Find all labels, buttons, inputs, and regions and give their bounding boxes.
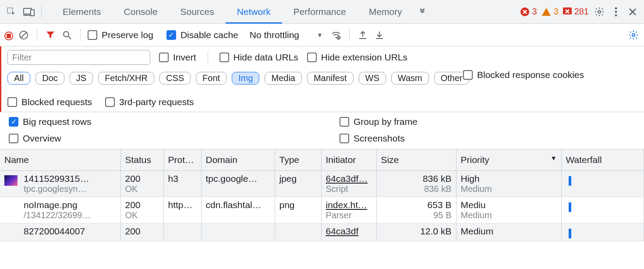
svg-point-6 bbox=[598, 11, 601, 13]
filter-type-media[interactable]: Media bbox=[265, 72, 301, 85]
waterfall-bar bbox=[569, 176, 571, 186]
preserve-log-checkbox[interactable]: Preserve log bbox=[88, 30, 153, 40]
col-priority[interactable]: Priority▼ bbox=[456, 149, 561, 170]
tab-network[interactable]: Network bbox=[226, 0, 282, 23]
filter-type-img[interactable]: Img bbox=[232, 72, 259, 85]
more-tabs-icon[interactable] bbox=[416, 6, 428, 18]
clear-icon[interactable] bbox=[18, 29, 30, 41]
initiator-link[interactable]: index.ht… bbox=[326, 200, 368, 210]
kebab-menu-icon[interactable] bbox=[610, 6, 622, 18]
filter-icon[interactable] bbox=[44, 29, 57, 41]
table-row[interactable]: noImage.png/134122/32699…200OKhttp…cdn.f… bbox=[0, 197, 644, 223]
blocked-cookies-checkbox[interactable]: Blocked response cookies bbox=[463, 70, 584, 80]
col-initiator[interactable]: Initiator bbox=[321, 149, 376, 170]
view-options: Big request rows Group by frame Overview… bbox=[0, 112, 644, 149]
svg-point-12 bbox=[64, 32, 69, 37]
tab-elements[interactable]: Elements bbox=[51, 0, 113, 23]
filter-type-css[interactable]: CSS bbox=[159, 72, 191, 85]
svg-rect-0 bbox=[7, 8, 13, 13]
hide-data-urls-checkbox[interactable]: Hide data URLs bbox=[219, 52, 298, 63]
filter-type-wasm[interactable]: Wasm bbox=[391, 72, 429, 85]
import-har-icon[interactable] bbox=[373, 29, 386, 41]
waterfall-bar bbox=[569, 229, 571, 238]
third-party-checkbox[interactable]: 3rd-party requests bbox=[105, 97, 194, 107]
col-status[interactable]: Status bbox=[120, 149, 163, 170]
hide-extension-urls-checkbox[interactable]: Hide extension URLs bbox=[307, 52, 407, 63]
tab-memory[interactable]: Memory bbox=[357, 0, 414, 23]
waterfall-bar bbox=[569, 202, 571, 212]
request-table-container: NameStatusProt…DomainTypeInitiatorSizePr… bbox=[0, 149, 644, 241]
col-type[interactable]: Type bbox=[275, 149, 321, 170]
record-button[interactable] bbox=[4, 30, 13, 40]
col-waterfall[interactable]: Waterfall bbox=[561, 149, 644, 170]
initiator-link[interactable]: 64ca3df… bbox=[326, 173, 368, 184]
search-icon[interactable] bbox=[61, 29, 73, 41]
svg-line-13 bbox=[68, 36, 71, 39]
error-count[interactable]: 3 bbox=[520, 7, 537, 17]
filter-bar: Invert Hide data URLs Hide extension URL… bbox=[0, 46, 644, 112]
warning-count[interactable]: 3 bbox=[541, 7, 559, 17]
network-conditions-icon[interactable] bbox=[330, 29, 342, 41]
svg-rect-3 bbox=[31, 10, 34, 16]
device-toggle-icon[interactable] bbox=[23, 6, 35, 18]
inspect-icon[interactable] bbox=[5, 6, 18, 18]
filter-type-js[interactable]: JS bbox=[70, 72, 93, 85]
thumbnail-icon bbox=[4, 175, 18, 186]
export-har-icon[interactable] bbox=[357, 29, 369, 41]
tab-console[interactable]: Console bbox=[113, 0, 169, 23]
tab-sources[interactable]: Sources bbox=[169, 0, 226, 23]
invert-checkbox[interactable]: Invert bbox=[159, 52, 196, 63]
disable-cache-checkbox[interactable]: Disable cache bbox=[166, 30, 238, 40]
table-row[interactable]: 82720004400720064ca3df12.0 kBMedium bbox=[0, 223, 644, 241]
filter-type-doc[interactable]: Doc bbox=[35, 72, 64, 85]
col-name[interactable]: Name bbox=[0, 149, 120, 170]
settings-icon[interactable] bbox=[593, 6, 605, 18]
initiator-link[interactable]: 64ca3df bbox=[326, 226, 359, 236]
table-row[interactable]: 14115299315…tpc.googlesyn…200OKh3tpc.goo… bbox=[0, 170, 644, 197]
svg-line-11 bbox=[21, 32, 27, 38]
filter-type-font[interactable]: Font bbox=[196, 72, 226, 85]
request-table: NameStatusProt…DomainTypeInitiatorSizePr… bbox=[0, 149, 644, 241]
devtools-tab-bar: ElementsConsoleSourcesNetworkPerformance… bbox=[0, 0, 644, 24]
throttling-select[interactable]: No throttling ▼ bbox=[247, 30, 326, 40]
col-prot[interactable]: Prot… bbox=[163, 149, 201, 170]
filter-input[interactable] bbox=[7, 50, 150, 65]
big-rows-checkbox[interactable]: Big request rows bbox=[9, 117, 91, 127]
filter-type-ws[interactable]: WS bbox=[359, 72, 386, 85]
svg-point-16 bbox=[632, 34, 635, 36]
filter-type-all[interactable]: All bbox=[7, 72, 30, 85]
filter-type-fetch-xhr[interactable]: Fetch/XHR bbox=[98, 72, 154, 85]
overview-checkbox[interactable]: Overview bbox=[9, 133, 61, 144]
screenshots-checkbox[interactable]: Screenshots bbox=[340, 133, 405, 144]
col-size[interactable]: Size bbox=[376, 149, 456, 170]
svg-point-7 bbox=[615, 7, 617, 9]
svg-point-14 bbox=[335, 37, 336, 38]
network-toolbar: Preserve log Disable cache No throttling… bbox=[0, 24, 644, 46]
tab-performance[interactable]: Performance bbox=[282, 0, 357, 23]
close-icon[interactable] bbox=[626, 6, 639, 18]
blocked-requests-checkbox[interactable]: Blocked requests bbox=[7, 97, 92, 107]
network-settings-icon[interactable] bbox=[627, 29, 640, 41]
message-count[interactable]: 281 bbox=[563, 7, 589, 17]
svg-point-9 bbox=[615, 14, 617, 16]
col-domain[interactable]: Domain bbox=[201, 149, 275, 170]
svg-point-8 bbox=[615, 11, 617, 13]
group-by-frame-checkbox[interactable]: Group by frame bbox=[340, 117, 418, 127]
filter-type-manifest[interactable]: Manifest bbox=[307, 72, 354, 85]
